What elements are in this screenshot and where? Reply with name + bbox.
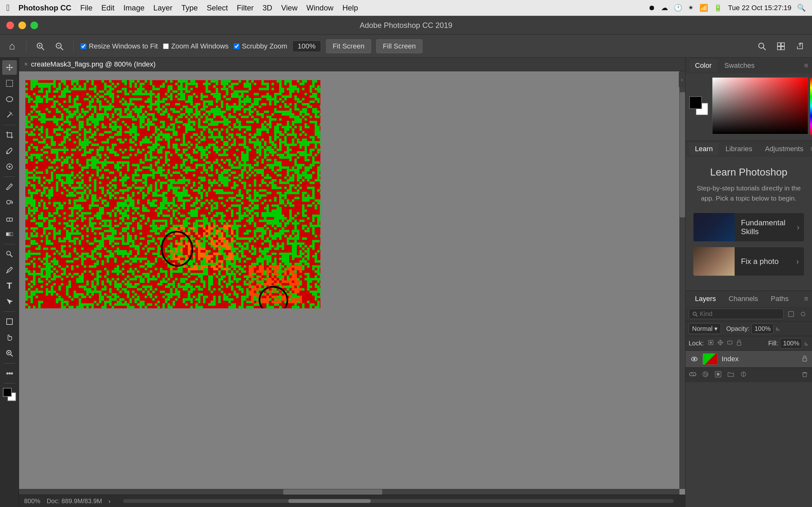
- search-button[interactable]: [755, 39, 769, 53]
- fix-photo-card[interactable]: Fix a photo ›: [693, 247, 804, 276]
- lock-pixels-icon[interactable]: [708, 339, 714, 347]
- view-menu[interactable]: View: [281, 3, 298, 12]
- layer-visibility-toggle[interactable]: [690, 354, 699, 363]
- blend-mode-dropdown[interactable]: Normal ▾: [689, 323, 721, 334]
- filter-pixel-icon[interactable]: [786, 309, 796, 319]
- tab-layers[interactable]: Layers: [689, 293, 722, 305]
- learn-panel-gear[interactable]: ≡: [810, 145, 812, 153]
- fg-bg-color-picker[interactable]: [689, 96, 708, 115]
- file-menu[interactable]: File: [80, 3, 93, 12]
- delete-layer-button[interactable]: [801, 371, 808, 380]
- filter-adjustment-icon[interactable]: [798, 309, 808, 319]
- appname-menu[interactable]: Photoshop CC: [18, 3, 71, 12]
- tab-close-button[interactable]: ×: [24, 60, 28, 68]
- fill-screen-button[interactable]: Fill Screen: [376, 39, 422, 53]
- help-menu[interactable]: Help: [342, 3, 358, 12]
- layers-panel-gear[interactable]: ≡: [804, 295, 808, 303]
- home-button[interactable]: ⌂: [5, 39, 19, 53]
- zoom-out-button[interactable]: [52, 39, 66, 53]
- brush-tool[interactable]: [2, 179, 17, 194]
- healing-tool[interactable]: [2, 159, 17, 174]
- zoom-tool[interactable]: [2, 346, 17, 360]
- dodge-tool[interactable]: [2, 247, 17, 262]
- fill-input[interactable]: [780, 338, 802, 349]
- filter-menu[interactable]: Filter: [237, 3, 253, 12]
- more-tools-button[interactable]: •••: [2, 366, 17, 381]
- canvas-hscroll-thumb[interactable]: [283, 489, 382, 495]
- 3d-menu[interactable]: 3D: [263, 3, 272, 12]
- lock-artboard-icon[interactable]: [727, 339, 733, 347]
- horizontal-scrollbar[interactable]: [123, 499, 674, 503]
- create-group-button[interactable]: [727, 371, 734, 380]
- status-arrow[interactable]: ›: [108, 498, 111, 505]
- fullscreen-button[interactable]: [31, 21, 38, 29]
- fg-color-swatch[interactable]: [3, 388, 12, 397]
- canvas-container[interactable]: [19, 71, 685, 495]
- zoom-in-button[interactable]: [33, 39, 47, 53]
- crop-tool[interactable]: [2, 128, 17, 142]
- tab-learn[interactable]: Learn: [689, 143, 718, 155]
- zoom-all-check[interactable]: Zoom All Windows: [163, 42, 229, 50]
- eyedropper-tool[interactable]: [2, 144, 17, 158]
- lock-all-icon[interactable]: [736, 339, 742, 347]
- type-menu[interactable]: Type: [182, 3, 198, 12]
- minimize-button[interactable]: [18, 21, 26, 29]
- fill-stepper[interactable]: ⊾: [804, 340, 809, 347]
- zoom-all-checkbox[interactable]: [163, 43, 169, 49]
- layout-button[interactable]: [774, 39, 788, 53]
- select-menu[interactable]: Select: [207, 3, 228, 12]
- fg-bg-colors[interactable]: [2, 387, 17, 402]
- pen-tool[interactable]: [2, 263, 17, 277]
- gradient-tool[interactable]: [2, 227, 17, 241]
- close-button[interactable]: [6, 21, 14, 29]
- fit-screen-button[interactable]: Fit Screen: [326, 39, 371, 53]
- tab-adjustments[interactable]: Adjustments: [759, 143, 809, 155]
- edit-menu[interactable]: Edit: [101, 3, 114, 12]
- color-panel-gear[interactable]: ≡: [804, 61, 808, 70]
- shape-tool[interactable]: [2, 314, 17, 329]
- tab-paths[interactable]: Paths: [765, 293, 794, 305]
- add-mask-button[interactable]: [715, 371, 722, 380]
- image-menu[interactable]: Image: [123, 3, 145, 12]
- select-rect-tool[interactable]: [2, 76, 17, 91]
- opacity-stepper[interactable]: ⊾: [775, 325, 780, 332]
- hand-tool[interactable]: [2, 330, 17, 345]
- resize-windows-checkbox[interactable]: [81, 43, 86, 49]
- create-adjustment-button[interactable]: [740, 371, 747, 380]
- canvas-scrollbar-vertical[interactable]: [679, 71, 685, 489]
- filter-type-icon[interactable]: T: [810, 309, 812, 319]
- magic-wand-tool[interactable]: [2, 108, 17, 122]
- fundamental-skills-card[interactable]: Fundamental Skills ›: [693, 213, 804, 242]
- tab-libraries[interactable]: Libraries: [720, 143, 758, 155]
- zoom-percentage-input[interactable]: [293, 41, 321, 52]
- lock-position-icon[interactable]: [717, 339, 723, 347]
- link-layers-button[interactable]: [689, 371, 696, 380]
- layer-item-index[interactable]: Index: [686, 351, 812, 368]
- canvas-image[interactable]: [26, 80, 320, 308]
- panels-collapse-handle[interactable]: ›: [679, 72, 685, 88]
- tab-swatches[interactable]: Swatches: [719, 60, 760, 72]
- hue-bar-canvas[interactable]: [810, 78, 812, 135]
- tab-channels[interactable]: Channels: [723, 293, 764, 305]
- color-spectrum[interactable]: [712, 77, 808, 134]
- share-button[interactable]: [793, 39, 807, 53]
- apple-menu[interactable]: : [6, 3, 9, 13]
- resize-windows-check[interactable]: Resize Windows to Fit: [81, 42, 158, 50]
- scrubby-zoom-check[interactable]: Scrubby Zoom: [234, 42, 287, 50]
- fg-color-box[interactable]: [689, 96, 702, 109]
- layers-search[interactable]: [689, 308, 783, 319]
- layer-menu[interactable]: Layer: [154, 3, 172, 12]
- canvas-vscroll-thumb[interactable]: [680, 92, 685, 217]
- canvas-scrollbar-horizontal[interactable]: [19, 489, 679, 495]
- clone-stamp-tool[interactable]: [2, 195, 17, 210]
- move-tool[interactable]: [2, 60, 17, 75]
- opacity-input[interactable]: [751, 324, 774, 334]
- lasso-tool[interactable]: [2, 92, 17, 107]
- add-layer-style-button[interactable]: fx: [702, 371, 709, 380]
- scrubby-zoom-checkbox[interactable]: [234, 43, 240, 49]
- window-menu[interactable]: Window: [306, 3, 334, 12]
- spotlight-icon[interactable]: 🔍: [797, 4, 806, 12]
- eraser-tool[interactable]: [2, 211, 17, 226]
- path-select-tool[interactable]: [2, 294, 17, 309]
- tab-color[interactable]: Color: [689, 60, 717, 72]
